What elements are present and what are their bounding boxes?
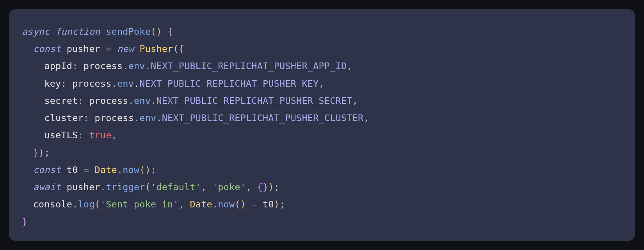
token-fn-name: now	[218, 199, 235, 210]
token-punct: ,	[352, 95, 358, 106]
token-member: env	[139, 112, 156, 123]
token-string: 'poke'	[212, 182, 246, 193]
token-member: env	[117, 78, 134, 89]
token-prop: pusher	[61, 43, 106, 54]
token-punct: ,	[319, 78, 324, 89]
token-fn-name: now	[123, 164, 139, 175]
token-prop: t0	[61, 164, 83, 175]
token-punct	[246, 199, 251, 210]
token-string: 'Sent poke in'	[100, 199, 179, 210]
token-punct	[89, 164, 94, 175]
token-brace: }	[33, 147, 39, 158]
token-prop: process	[89, 112, 134, 123]
token-keyword: function	[55, 26, 100, 37]
token-punct: ;	[274, 182, 279, 193]
token-punct	[84, 130, 89, 141]
token-prop: appId	[22, 61, 72, 71]
token-paren: )	[240, 199, 246, 210]
token-env-const: NEXT_PUBLIC_REPLICHAT_PUSHER_SECRET	[156, 95, 352, 106]
token-fn-name: trigger	[106, 182, 145, 193]
token-paren: (	[235, 199, 240, 210]
token-prop: useTLS	[22, 130, 78, 141]
token-punct: -	[251, 199, 257, 210]
token-brace: }	[263, 182, 268, 193]
token-punct	[22, 164, 33, 175]
token-dot: .	[123, 61, 128, 71]
token-punct: ;	[44, 147, 50, 158]
token-punct: :	[78, 130, 83, 141]
token-punct: =	[84, 164, 89, 175]
token-punct: ;	[151, 164, 156, 175]
token-punct: ,	[347, 61, 352, 71]
token-class-name: Date	[190, 199, 212, 210]
token-prop: console	[22, 199, 72, 210]
token-keyword: await	[33, 182, 61, 193]
token-punct: ,	[246, 182, 257, 193]
token-paren: )	[39, 147, 44, 158]
token-env-const: NEXT_PUBLIC_REPLICHAT_PUSHER_APP_ID	[151, 61, 347, 71]
token-dot: .	[112, 78, 117, 89]
token-paren: (	[151, 26, 156, 37]
token-punct: ;	[279, 199, 285, 210]
token-prop: t0	[257, 199, 274, 210]
token-dot: .	[134, 78, 139, 89]
token-punct: :	[61, 78, 66, 89]
code-text: async function sendPoke() { const pusher…	[22, 26, 369, 227]
token-punct: ,	[201, 182, 212, 193]
token-member: env	[134, 95, 151, 106]
token-dot: .	[212, 199, 218, 210]
token-brace: {	[257, 182, 263, 193]
token-bool: true	[89, 130, 111, 141]
token-punct	[50, 26, 55, 37]
token-env-const: NEXT_PUBLIC_REPLICHAT_PUSHER_KEY	[139, 78, 318, 89]
token-dot: .	[151, 95, 156, 106]
token-punct: :	[84, 112, 89, 123]
token-punct: :	[78, 95, 83, 106]
token-env-const: NEXT_PUBLIC_REPLICHAT_PUSHER_CLUSTER	[162, 112, 364, 123]
token-punct	[22, 182, 33, 193]
token-prop: process	[67, 78, 112, 89]
token-dot: .	[134, 112, 139, 123]
token-brace: {	[179, 43, 184, 54]
token-keyword: async	[22, 26, 50, 37]
token-punct: =	[106, 43, 111, 54]
token-fn-name: log	[78, 199, 95, 210]
token-brace: {	[167, 26, 173, 37]
token-punct	[100, 26, 106, 37]
token-paren: )	[156, 26, 162, 37]
token-paren: )	[145, 164, 151, 175]
token-class-name: Pusher	[139, 43, 173, 54]
token-paren: )	[268, 182, 274, 193]
token-punct	[22, 147, 33, 158]
token-punct: ,	[112, 130, 117, 141]
token-fn-name: sendPoke	[106, 26, 151, 37]
token-punct	[134, 43, 139, 54]
token-prop: key	[22, 78, 61, 89]
token-punct: :	[72, 61, 78, 71]
token-dot: .	[117, 164, 123, 175]
token-dot: .	[145, 61, 151, 71]
token-punct: ,	[179, 199, 190, 210]
token-punct	[162, 26, 167, 37]
token-keyword: const	[33, 164, 61, 175]
token-paren: (	[95, 199, 100, 210]
token-prop: secret	[22, 95, 78, 106]
token-dot: .	[72, 199, 78, 210]
token-string: 'default'	[151, 182, 201, 193]
token-member: env	[128, 61, 145, 71]
token-punct	[112, 43, 117, 54]
token-dot: .	[128, 95, 134, 106]
token-paren: (	[173, 43, 178, 54]
token-prop: cluster	[22, 112, 84, 123]
token-punct	[22, 43, 33, 54]
code-content[interactable]: async function sendPoke() { const pusher…	[22, 23, 622, 231]
token-class-name: Date	[95, 164, 117, 175]
token-punct: ,	[363, 112, 369, 123]
token-keyword: const	[33, 43, 61, 54]
token-brace: }	[22, 216, 27, 227]
code-block: async function sendPoke() { const pusher…	[9, 9, 635, 241]
token-paren: )	[274, 199, 279, 210]
token-prop: process	[84, 95, 128, 106]
token-paren: (	[145, 182, 151, 193]
token-dot: .	[100, 182, 106, 193]
